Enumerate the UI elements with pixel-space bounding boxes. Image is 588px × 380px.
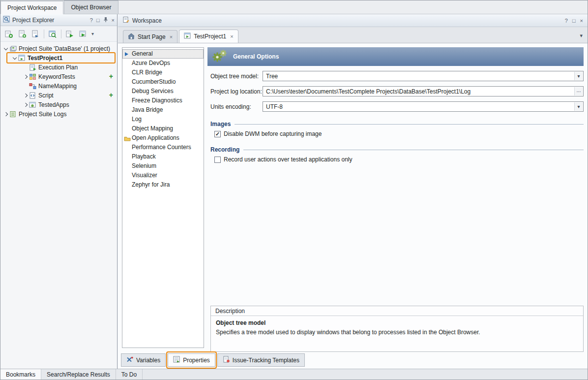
namemapping-icon <box>29 83 37 90</box>
browse-button[interactable]: ... <box>574 87 583 95</box>
category-visualizer[interactable]: Visualizer <box>122 171 204 180</box>
toolbar-dropdown-icon[interactable]: ▾ <box>90 31 95 36</box>
description-text: Specifies a tree model used to display w… <box>216 329 578 336</box>
log-location-value: C:\Users\tester\Documents\TestComplete P… <box>266 88 470 95</box>
gears-icon <box>211 49 227 65</box>
add-script-icon[interactable]: + <box>109 91 113 99</box>
workspace-panel: Workspace ? □ × Start Page × TestProject… <box>118 14 588 369</box>
export-item-button[interactable] <box>29 28 42 40</box>
category-zephyr-for-jira[interactable]: Zephyr for Jira <box>122 180 204 190</box>
tab-label: To Do <box>121 371 137 378</box>
tree-model-row: Object tree model: Tree ▾ <box>210 71 584 81</box>
chevron-down-icon[interactable]: ▾ <box>574 102 583 111</box>
run-project-suite-button[interactable] <box>77 28 89 40</box>
expand-icon[interactable] <box>22 73 29 80</box>
tab-variables[interactable]: Variables <box>121 353 166 367</box>
workspace-header: Workspace ? □ × <box>118 14 588 27</box>
expand-icon[interactable] <box>2 111 9 118</box>
category-performance-counters[interactable]: Performance Counters <box>122 143 204 152</box>
float-window-icon[interactable]: □ <box>96 17 100 23</box>
float-window-icon[interactable]: □ <box>572 18 576 24</box>
tab-object-browser[interactable]: Object Browser <box>64 0 118 14</box>
category-cucumberstudio[interactable]: CucumberStudio <box>122 77 204 87</box>
expand-icon[interactable] <box>22 92 29 99</box>
tab-to-do[interactable]: To Do <box>116 369 143 380</box>
tab-properties[interactable]: Properties <box>168 353 215 367</box>
category-azure-devops[interactable]: Azure DevOps <box>122 59 204 68</box>
units-encoding-select[interactable]: UTF-8 ▾ <box>263 101 584 112</box>
tree-item-project-suite[interactable]: Project Suite 'DataBase' (1 project) <box>0 44 117 53</box>
category-freeze-diagnostics[interactable]: Freeze Diagnostics <box>122 96 204 105</box>
close-icon[interactable]: × <box>580 18 583 24</box>
images-section-header: Images <box>210 121 584 127</box>
category-java-bridge[interactable]: Java Bridge <box>122 105 204 115</box>
tab-list-dropdown-icon[interactable]: ▾ <box>580 32 583 39</box>
project-icon <box>184 32 191 40</box>
add-keywordtest-icon[interactable]: + <box>109 72 113 81</box>
document-tab-bar: Start Page × TestProject1 × ▾ <box>118 27 588 43</box>
category-debug-services[interactable]: Debug Services <box>122 87 204 96</box>
tab-label: TestProject1 <box>194 33 226 40</box>
help-icon[interactable]: ? <box>90 17 93 23</box>
object-browser-button[interactable] <box>46 28 59 40</box>
tab-search-replace-results[interactable]: Search/Replace Results <box>41 369 116 380</box>
home-icon <box>128 33 135 41</box>
tree-item-label: Project Suite Logs <box>17 111 66 118</box>
category-open-applications[interactable]: Open Applications <box>122 133 204 143</box>
category-general[interactable]: General <box>122 49 204 59</box>
category-playback[interactable]: Playback <box>122 152 204 161</box>
category-selenium[interactable]: Selenium <box>122 161 204 171</box>
properties-icon <box>173 356 180 364</box>
pin-icon[interactable] <box>103 17 108 24</box>
tree-item-testproject1[interactable]: TestProject1 <box>0 53 117 63</box>
expand-icon[interactable] <box>22 101 29 108</box>
tree-item-keywordtests[interactable]: KeywordTests + <box>0 72 117 81</box>
project-explorer-toolbar: ▾ <box>0 26 117 42</box>
log-location-input[interactable]: C:\Users\tester\Documents\TestComplete P… <box>263 86 584 96</box>
close-icon[interactable]: × <box>169 34 173 40</box>
tree-item-namemapping[interactable]: NameMapping <box>0 81 117 91</box>
close-icon[interactable]: × <box>229 33 233 39</box>
collapse-icon[interactable] <box>11 55 18 62</box>
section-divider <box>235 124 584 125</box>
tab-testproject1[interactable]: TestProject1 × <box>179 30 238 43</box>
chevron-down-icon[interactable]: ▾ <box>574 72 583 80</box>
tab-project-workspace[interactable]: Project Workspace <box>0 1 63 14</box>
recording-section-header: Recording <box>210 146 584 153</box>
tree-item-script[interactable]: Script + <box>0 91 117 100</box>
section-divider <box>243 150 584 150</box>
category-object-mapping[interactable]: Object Mapping <box>122 124 204 133</box>
tree-item-label: KeywordTests <box>37 73 75 80</box>
category-label: Log <box>132 116 142 123</box>
tree-item-label: TestProject1 <box>26 55 62 62</box>
tab-start-page[interactable]: Start Page × <box>123 30 177 43</box>
help-icon[interactable]: ? <box>565 18 568 24</box>
workspace-title: Workspace <box>132 17 562 24</box>
collapse-icon[interactable] <box>2 45 9 52</box>
tree-item-project-suite-logs[interactable]: Project Suite Logs <box>0 109 117 119</box>
category-clr-bridge[interactable]: CLR Bridge <box>122 68 204 77</box>
tree-item-label: NameMapping <box>37 83 77 90</box>
tab-issue-tracking-templates[interactable]: Issue-Tracking Templates <box>217 353 305 367</box>
description-title: Description <box>215 308 245 315</box>
tree-item-execution-plan[interactable]: Execution Plan <box>0 63 117 72</box>
project-explorer-icon <box>3 16 10 24</box>
add-existing-item-button[interactable] <box>16 28 29 40</box>
record-user-actions-checkbox[interactable] <box>214 157 221 163</box>
project-icon <box>18 55 26 62</box>
tree-model-select[interactable]: Tree ▾ <box>263 71 584 81</box>
run-project-button[interactable] <box>63 28 76 40</box>
spacer <box>22 83 29 90</box>
category-log[interactable]: Log <box>122 115 204 124</box>
tree-item-testedapps[interactable]: TestedApps <box>0 100 117 109</box>
keywordtests-icon <box>29 73 37 80</box>
category-label: Object Mapping <box>132 125 173 132</box>
disable-dwm-row: ✓ Disable DWM before capturing image <box>214 130 584 137</box>
add-new-item-button[interactable] <box>2 28 15 40</box>
workspace-icon <box>122 16 129 25</box>
close-icon[interactable]: × <box>112 17 115 23</box>
disable-dwm-checkbox[interactable]: ✓ <box>214 131 221 137</box>
project-suite-icon <box>9 45 17 52</box>
tab-bookmarks[interactable]: Bookmarks <box>0 369 41 380</box>
units-encoding-row: Units encoding: UTF-8 ▾ <box>210 101 584 112</box>
